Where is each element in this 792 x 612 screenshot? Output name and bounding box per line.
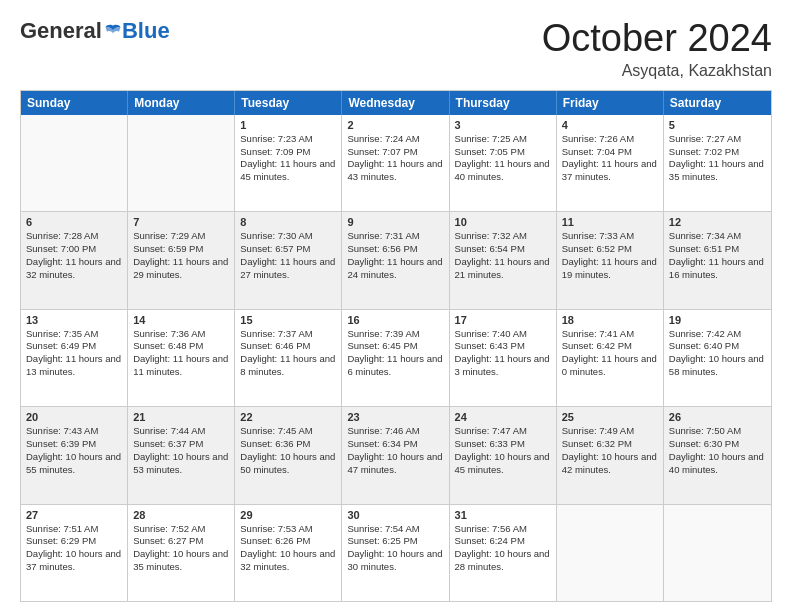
sunrise-text: Sunrise: 7:26 AM — [562, 133, 658, 146]
day-number: 6 — [26, 216, 122, 228]
daylight-text: Daylight: 10 hours and 28 minutes. — [455, 548, 551, 574]
sunrise-text: Sunrise: 7:49 AM — [562, 425, 658, 438]
sunset-text: Sunset: 6:33 PM — [455, 438, 551, 451]
daylight-text: Daylight: 11 hours and 11 minutes. — [133, 353, 229, 379]
sunrise-text: Sunrise: 7:34 AM — [669, 230, 766, 243]
sunset-text: Sunset: 7:00 PM — [26, 243, 122, 256]
day-number: 18 — [562, 314, 658, 326]
day-number: 17 — [455, 314, 551, 326]
calendar-cell-r2-c5: 18Sunrise: 7:41 AMSunset: 6:42 PMDayligh… — [557, 310, 664, 406]
calendar-header: Sunday Monday Tuesday Wednesday Thursday… — [21, 91, 771, 115]
calendar-cell-r4-c3: 30Sunrise: 7:54 AMSunset: 6:25 PMDayligh… — [342, 505, 449, 601]
logo-text: General Blue — [20, 18, 170, 44]
sunset-text: Sunset: 6:34 PM — [347, 438, 443, 451]
day-number: 28 — [133, 509, 229, 521]
header-sunday: Sunday — [21, 91, 128, 115]
calendar-cell-r3-c2: 22Sunrise: 7:45 AMSunset: 6:36 PMDayligh… — [235, 407, 342, 503]
calendar-cell-r0-c6: 5Sunrise: 7:27 AMSunset: 7:02 PMDaylight… — [664, 115, 771, 211]
daylight-text: Daylight: 11 hours and 37 minutes. — [562, 158, 658, 184]
sunrise-text: Sunrise: 7:32 AM — [455, 230, 551, 243]
calendar: Sunday Monday Tuesday Wednesday Thursday… — [20, 90, 772, 602]
daylight-text: Daylight: 11 hours and 27 minutes. — [240, 256, 336, 282]
header-tuesday: Tuesday — [235, 91, 342, 115]
calendar-cell-r0-c3: 2Sunrise: 7:24 AMSunset: 7:07 PMDaylight… — [342, 115, 449, 211]
day-number: 8 — [240, 216, 336, 228]
daylight-text: Daylight: 10 hours and 42 minutes. — [562, 451, 658, 477]
daylight-text: Daylight: 11 hours and 8 minutes. — [240, 353, 336, 379]
daylight-text: Daylight: 11 hours and 19 minutes. — [562, 256, 658, 282]
logo-general-text: General — [20, 18, 102, 44]
logo-bird-icon — [104, 22, 122, 40]
day-number: 30 — [347, 509, 443, 521]
sunset-text: Sunset: 6:49 PM — [26, 340, 122, 353]
day-number: 12 — [669, 216, 766, 228]
calendar-cell-r1-c1: 7Sunrise: 7:29 AMSunset: 6:59 PMDaylight… — [128, 212, 235, 308]
sunset-text: Sunset: 6:36 PM — [240, 438, 336, 451]
calendar-cell-r2-c6: 19Sunrise: 7:42 AMSunset: 6:40 PMDayligh… — [664, 310, 771, 406]
daylight-text: Daylight: 11 hours and 13 minutes. — [26, 353, 122, 379]
sunrise-text: Sunrise: 7:40 AM — [455, 328, 551, 341]
calendar-cell-r3-c3: 23Sunrise: 7:46 AMSunset: 6:34 PMDayligh… — [342, 407, 449, 503]
daylight-text: Daylight: 11 hours and 32 minutes. — [26, 256, 122, 282]
calendar-cell-r3-c0: 20Sunrise: 7:43 AMSunset: 6:39 PMDayligh… — [21, 407, 128, 503]
sunrise-text: Sunrise: 7:33 AM — [562, 230, 658, 243]
calendar-cell-r0-c4: 3Sunrise: 7:25 AMSunset: 7:05 PMDaylight… — [450, 115, 557, 211]
sunset-text: Sunset: 6:32 PM — [562, 438, 658, 451]
sunrise-text: Sunrise: 7:41 AM — [562, 328, 658, 341]
calendar-cell-r4-c4: 31Sunrise: 7:56 AMSunset: 6:24 PMDayligh… — [450, 505, 557, 601]
day-number: 26 — [669, 411, 766, 423]
sunrise-text: Sunrise: 7:29 AM — [133, 230, 229, 243]
daylight-text: Daylight: 10 hours and 30 minutes. — [347, 548, 443, 574]
calendar-cell-r2-c2: 15Sunrise: 7:37 AMSunset: 6:46 PMDayligh… — [235, 310, 342, 406]
page: General Blue October 2024 Asyqata, Kazak… — [0, 0, 792, 612]
sunrise-text: Sunrise: 7:53 AM — [240, 523, 336, 536]
sunset-text: Sunset: 6:40 PM — [669, 340, 766, 353]
sunrise-text: Sunrise: 7:35 AM — [26, 328, 122, 341]
calendar-cell-r3-c6: 26Sunrise: 7:50 AMSunset: 6:30 PMDayligh… — [664, 407, 771, 503]
day-number: 2 — [347, 119, 443, 131]
day-number: 7 — [133, 216, 229, 228]
sunset-text: Sunset: 6:43 PM — [455, 340, 551, 353]
sunset-text: Sunset: 7:05 PM — [455, 146, 551, 159]
day-number: 1 — [240, 119, 336, 131]
sunrise-text: Sunrise: 7:42 AM — [669, 328, 766, 341]
calendar-cell-r3-c1: 21Sunrise: 7:44 AMSunset: 6:37 PMDayligh… — [128, 407, 235, 503]
sunrise-text: Sunrise: 7:44 AM — [133, 425, 229, 438]
calendar-cell-r4-c1: 28Sunrise: 7:52 AMSunset: 6:27 PMDayligh… — [128, 505, 235, 601]
calendar-cell-r1-c5: 11Sunrise: 7:33 AMSunset: 6:52 PMDayligh… — [557, 212, 664, 308]
day-number: 3 — [455, 119, 551, 131]
sunrise-text: Sunrise: 7:30 AM — [240, 230, 336, 243]
calendar-row-2: 13Sunrise: 7:35 AMSunset: 6:49 PMDayligh… — [21, 309, 771, 406]
sunset-text: Sunset: 6:37 PM — [133, 438, 229, 451]
calendar-cell-r4-c2: 29Sunrise: 7:53 AMSunset: 6:26 PMDayligh… — [235, 505, 342, 601]
day-number: 24 — [455, 411, 551, 423]
header: General Blue October 2024 Asyqata, Kazak… — [20, 18, 772, 80]
calendar-cell-r3-c5: 25Sunrise: 7:49 AMSunset: 6:32 PMDayligh… — [557, 407, 664, 503]
sunrise-text: Sunrise: 7:25 AM — [455, 133, 551, 146]
day-number: 21 — [133, 411, 229, 423]
calendar-cell-r2-c1: 14Sunrise: 7:36 AMSunset: 6:48 PMDayligh… — [128, 310, 235, 406]
sunset-text: Sunset: 6:45 PM — [347, 340, 443, 353]
day-number: 5 — [669, 119, 766, 131]
daylight-text: Daylight: 11 hours and 16 minutes. — [669, 256, 766, 282]
calendar-row-1: 6Sunrise: 7:28 AMSunset: 7:00 PMDaylight… — [21, 211, 771, 308]
sunset-text: Sunset: 6:59 PM — [133, 243, 229, 256]
sunrise-text: Sunrise: 7:46 AM — [347, 425, 443, 438]
calendar-cell-r0-c2: 1Sunrise: 7:23 AMSunset: 7:09 PMDaylight… — [235, 115, 342, 211]
daylight-text: Daylight: 11 hours and 3 minutes. — [455, 353, 551, 379]
sunset-text: Sunset: 7:02 PM — [669, 146, 766, 159]
sunset-text: Sunset: 6:29 PM — [26, 535, 122, 548]
day-number: 31 — [455, 509, 551, 521]
month-title: October 2024 — [542, 18, 772, 60]
calendar-cell-r0-c5: 4Sunrise: 7:26 AMSunset: 7:04 PMDaylight… — [557, 115, 664, 211]
sunrise-text: Sunrise: 7:27 AM — [669, 133, 766, 146]
daylight-text: Daylight: 11 hours and 40 minutes. — [455, 158, 551, 184]
header-thursday: Thursday — [450, 91, 557, 115]
sunset-text: Sunset: 7:04 PM — [562, 146, 658, 159]
sunset-text: Sunset: 6:24 PM — [455, 535, 551, 548]
sunset-text: Sunset: 6:26 PM — [240, 535, 336, 548]
sunset-text: Sunset: 6:30 PM — [669, 438, 766, 451]
daylight-text: Daylight: 10 hours and 58 minutes. — [669, 353, 766, 379]
daylight-text: Daylight: 11 hours and 24 minutes. — [347, 256, 443, 282]
day-number: 4 — [562, 119, 658, 131]
